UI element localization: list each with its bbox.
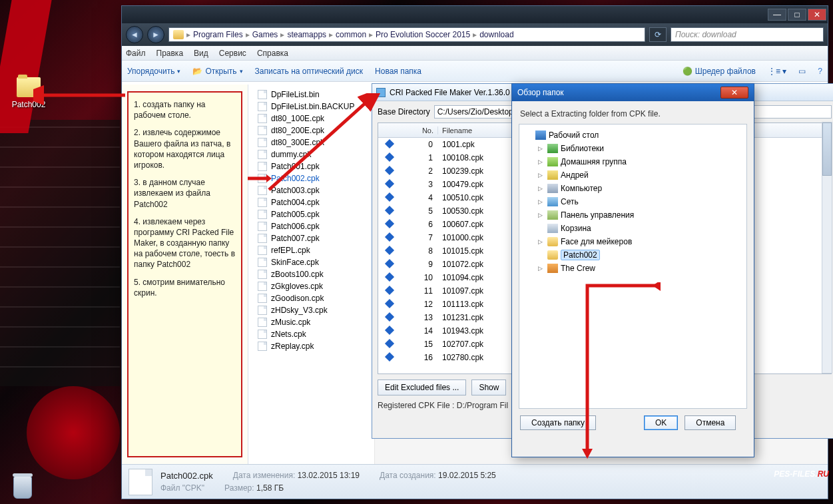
tree-node[interactable]: ▷Face для мейкеров bbox=[522, 235, 744, 248]
expand-icon[interactable]: ▷ bbox=[538, 145, 545, 152]
file-item[interactable]: Patch001.cpk bbox=[258, 160, 372, 172]
address-bar[interactable]: ▸ Program Files▸ Games▸ steamapps▸ commo… bbox=[168, 27, 645, 42]
breadcrumb[interactable]: common bbox=[336, 30, 366, 39]
minimize-button[interactable]: — bbox=[768, 9, 786, 21]
instruction-step: 1. создать папку на рабочем столе. bbox=[134, 99, 236, 121]
breadcrumb[interactable]: Games bbox=[252, 30, 278, 39]
diamond-icon bbox=[385, 219, 394, 228]
file-name: Patch001.cpk bbox=[271, 162, 320, 171]
file-item[interactable]: dt80_300E.cpk bbox=[258, 136, 372, 148]
file-item[interactable]: zBoots100.cpk bbox=[258, 268, 372, 280]
maximize-button[interactable]: □ bbox=[788, 9, 806, 21]
file-list[interactable]: DpFileList.binDpFileList.bin.BACKUPdt80_… bbox=[248, 85, 375, 464]
file-icon bbox=[258, 126, 267, 135]
view-options-button[interactable]: ⋮≡ ▾ bbox=[768, 67, 786, 76]
breadcrumb[interactable]: Program Files bbox=[193, 30, 243, 39]
file-item[interactable]: Patch002.cpk bbox=[258, 172, 372, 184]
refresh-button[interactable]: ⟳ bbox=[649, 27, 667, 42]
file-item[interactable]: Patch006.cpk bbox=[258, 220, 372, 232]
menu-edit[interactable]: Правка bbox=[156, 49, 184, 58]
breadcrumb[interactable]: Pro Evolution Soccer 2015 bbox=[376, 30, 470, 39]
preview-pane-button[interactable]: ▭ bbox=[798, 67, 806, 76]
burn-button[interactable]: Записать на оптический диск bbox=[255, 67, 364, 76]
file-item[interactable]: zGkgloves.cpk bbox=[258, 280, 372, 292]
file-name: Patch003.cpk bbox=[271, 186, 320, 195]
edit-excluded-button[interactable]: Edit Excluded files ... bbox=[378, 379, 466, 395]
folder-tree[interactable]: Рабочий стол▷Библиотеки▷Домашняя группа▷… bbox=[519, 124, 747, 409]
expand-icon[interactable]: ▷ bbox=[538, 212, 545, 218]
breadcrumb[interactable]: download bbox=[479, 30, 513, 39]
file-icon bbox=[258, 162, 267, 171]
open-button[interactable]: 📂 Открыть bbox=[192, 67, 242, 76]
file-item[interactable]: DpFileList.bin bbox=[258, 89, 372, 101]
tree-node[interactable]: Patch002 bbox=[522, 248, 744, 262]
tree-node[interactable]: ▷Библиотеки bbox=[522, 142, 744, 155]
file-item[interactable]: DpFileList.bin.BACKUP bbox=[258, 101, 372, 113]
file-item[interactable]: dt80_200E.cpk bbox=[258, 125, 372, 136]
forward-button[interactable]: ► bbox=[147, 26, 164, 43]
tree-node[interactable]: Рабочий стол bbox=[522, 128, 744, 142]
breadcrumb[interactable]: steamapps bbox=[287, 30, 326, 39]
file-item[interactable]: Patch005.cpk bbox=[258, 208, 372, 220]
dialog-close-button[interactable]: ✕ bbox=[720, 87, 748, 99]
cancel-button[interactable]: Отмена bbox=[685, 415, 736, 430]
diamond-icon bbox=[385, 326, 394, 335]
desktop-folder[interactable]: Patch002 bbox=[5, 77, 52, 109]
dialog-titlebar[interactable]: Обзор папок ✕ bbox=[512, 84, 754, 101]
file-item[interactable]: refEPL.cpk bbox=[258, 244, 372, 256]
file-item[interactable]: SkinFace.cpk bbox=[258, 256, 372, 268]
file-name: Patch002.cpk bbox=[271, 174, 320, 183]
file-item[interactable]: Patch003.cpk bbox=[258, 184, 372, 196]
file-item[interactable]: Patch004.cpk bbox=[258, 196, 372, 208]
diamond-icon bbox=[385, 299, 394, 308]
file-item[interactable]: zReplay.cpk bbox=[258, 340, 372, 352]
expand-icon[interactable]: ▷ bbox=[538, 238, 545, 245]
tree-node[interactable]: ▷Домашняя группа bbox=[522, 155, 744, 168]
expand-icon[interactable]: ▷ bbox=[538, 172, 545, 178]
file-item[interactable]: Patch007.cpk bbox=[258, 232, 372, 244]
file-item[interactable]: zMusic.cpk bbox=[258, 316, 372, 328]
ok-button[interactable]: OK bbox=[644, 415, 678, 430]
tree-node[interactable]: ▷Компьютер bbox=[522, 182, 744, 195]
tree-node[interactable]: Корзина bbox=[522, 222, 744, 235]
window-titlebar[interactable]: — □ ✕ bbox=[122, 6, 828, 23]
diamond-icon bbox=[385, 139, 394, 148]
tree-node[interactable]: ▷Андрей bbox=[522, 168, 744, 182]
file-item[interactable]: zGoodison.cpk bbox=[258, 292, 372, 304]
file-icon bbox=[258, 258, 267, 267]
menu-file[interactable]: Файл bbox=[126, 49, 146, 58]
organize-button[interactable]: Упорядочить bbox=[127, 67, 180, 76]
file-item[interactable]: dummy.cpk bbox=[258, 148, 372, 160]
expand-icon[interactable]: ▷ bbox=[538, 158, 545, 165]
menu-service[interactable]: Сервис bbox=[219, 49, 246, 58]
expand-icon[interactable]: ▷ bbox=[538, 265, 545, 272]
status-filename: Patch002.cpk bbox=[160, 471, 213, 481]
file-item[interactable]: dt80_100E.cpk bbox=[258, 113, 372, 125]
menu-help[interactable]: Справка bbox=[257, 49, 288, 58]
tree-icon bbox=[547, 144, 558, 153]
column-no[interactable]: No. bbox=[401, 126, 438, 134]
recycle-bin[interactable] bbox=[9, 476, 36, 499]
shredder-button[interactable]: 🟢 Шредер файлов bbox=[683, 67, 756, 76]
status-filetype: Файл "CPK" bbox=[160, 483, 204, 493]
create-folder-button[interactable]: Создать папку bbox=[520, 415, 596, 430]
tree-label: Рабочий стол bbox=[549, 130, 599, 140]
new-folder-button[interactable]: Новая папка bbox=[375, 67, 421, 76]
close-button[interactable]: ✕ bbox=[808, 9, 826, 21]
expand-icon[interactable]: ▷ bbox=[538, 198, 545, 205]
show-button[interactable]: Show bbox=[471, 379, 506, 395]
file-item[interactable]: zHDsky_V3.cpk bbox=[258, 304, 372, 316]
file-item[interactable]: zNets.cpk bbox=[258, 328, 372, 340]
scrollbar[interactable] bbox=[822, 122, 832, 374]
tree-icon bbox=[547, 210, 558, 220]
tree-node[interactable]: ▷Сеть bbox=[522, 195, 744, 208]
tree-node[interactable]: ▷Панель управления bbox=[522, 208, 744, 222]
help-button[interactable]: ? bbox=[818, 67, 822, 76]
expand-icon[interactable]: ▷ bbox=[538, 185, 545, 192]
back-button[interactable]: ◄ bbox=[126, 26, 143, 43]
search-box[interactable]: Поиск: download bbox=[671, 27, 824, 42]
tree-node[interactable]: ▷The Crew bbox=[522, 262, 744, 275]
scrollbar-thumb[interactable] bbox=[822, 123, 832, 176]
menu-view[interactable]: Вид bbox=[194, 49, 208, 58]
tree-icon bbox=[547, 237, 558, 246]
